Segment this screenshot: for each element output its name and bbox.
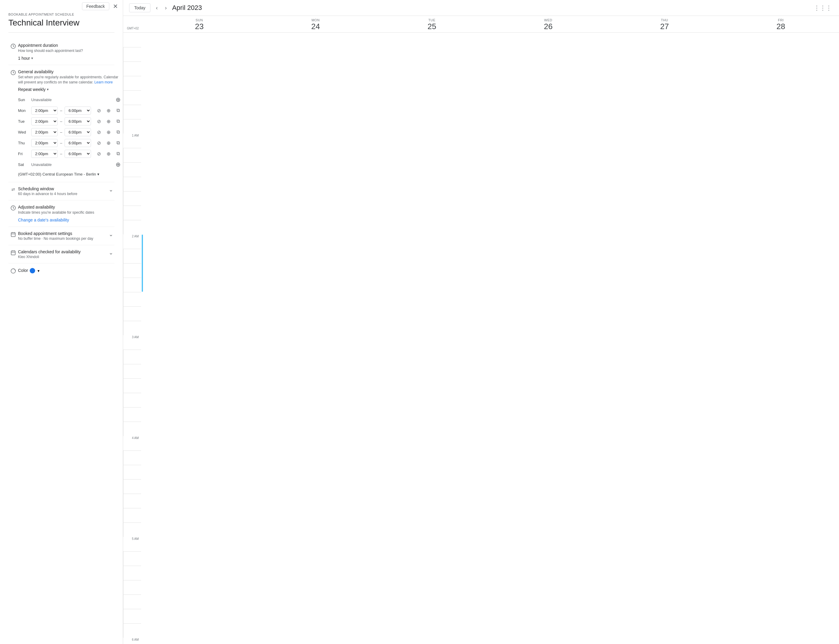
day-fri: Fri [18,151,29,156]
time-cell-4-4[interactable] [123,508,141,522]
day-sun: Sun [18,97,29,102]
time-cell-4-0[interactable] [123,450,141,465]
time-cell-4-5[interactable] [123,522,141,537]
booked-icon [8,232,18,237]
time-cell-4-2[interactable] [123,479,141,494]
time-cell-2-1[interactable] [123,263,141,278]
time-cell-2-5[interactable] [123,321,141,335]
duration-section: Appointment duration How long should eac… [8,39,114,65]
day-header-mon: MON 24 [257,18,374,31]
wed-add[interactable]: ⊕ [104,128,113,136]
time-cell-2-3[interactable] [123,292,141,306]
time-cell-4-1[interactable] [123,465,141,479]
time-cell-0-2[interactable] [123,76,141,90]
mon-remove[interactable]: ⊘ [95,106,103,115]
time-cell-1-4[interactable] [123,205,141,220]
day-name-wed: WED [490,18,606,22]
fri-copy[interactable]: ⧉ [114,150,122,158]
add-sun[interactable]: ⊕ [114,95,122,104]
grid-icon-button[interactable]: ⋮⋮⋮ [813,3,833,13]
time-cell-1-0[interactable] [123,148,141,163]
time-cell-0-3[interactable] [123,90,141,105]
svg-rect-3 [11,233,15,237]
avail-row-tue: Tue 2:00pm – 6:00pm ⊘ ⊕ ⧉ [18,117,122,125]
tue-start[interactable]: 2:00pm [31,117,58,125]
time-cell-3-0[interactable] [123,350,141,364]
timezone-dropdown[interactable]: (GMT+02:00) Central European Time - Berl… [18,172,99,176]
wed-remove[interactable]: ⊘ [95,128,103,136]
thu-actions: ⊘ ⊕ ⧉ [95,139,122,147]
repeat-weekly-dropdown[interactable]: Repeat weekly ▾ [18,87,49,92]
booked-chevron[interactable]: ⌄ [107,231,114,238]
time-cell-0-0[interactable] [123,47,141,61]
thu-start[interactable]: 2:00pm [31,139,58,147]
fri-start[interactable]: 2:00pm [31,150,58,158]
learn-more-link[interactable]: Learn more [94,80,113,84]
time-cell-3-1[interactable] [123,364,141,378]
calendars-section[interactable]: Calendars checked for availability Kleo … [8,245,114,263]
tue-add[interactable]: ⊕ [104,117,113,125]
time-cell-1-1[interactable] [123,163,141,177]
time-cell-4-3[interactable] [123,494,141,508]
close-button[interactable]: ✕ [112,3,119,10]
availability-body: General availability Set when you're reg… [18,69,122,178]
time-cell-2-0[interactable] [123,249,141,263]
time-cell-2-4[interactable] [123,306,141,321]
time-cell-5-1[interactable] [123,566,141,580]
fri-end[interactable]: 6:00pm [64,150,91,158]
tue-end[interactable]: 6:00pm [64,117,91,125]
scheduling-window-section[interactable]: ⇄ Scheduling window 60 days in advance t… [8,182,114,200]
wed-copy[interactable]: ⧉ [114,128,122,136]
thu-copy[interactable]: ⧉ [114,139,122,147]
time-cell-1-3[interactable] [123,191,141,205]
mon-add[interactable]: ⊕ [104,106,113,115]
calendars-chevron[interactable]: ⌄ [107,250,114,256]
time-cell-3-3[interactable] [123,393,141,407]
time-cell-5-0[interactable] [123,551,141,566]
time-cell-5-2[interactable] [123,580,141,595]
feedback-button[interactable]: Feedback [82,2,109,10]
thu-end[interactable]: 6:00pm [64,139,91,147]
next-button[interactable]: › [163,3,168,12]
time-cell-5-5[interactable] [123,623,141,638]
time-cell-3-4[interactable] [123,407,141,422]
wed-start[interactable]: 2:00pm [31,128,58,136]
time-cell-1-2[interactable] [123,177,141,191]
day-thu: Thu [18,141,29,145]
scheduling-chevron[interactable]: ⌄ [107,186,114,193]
mon-start[interactable]: 2:00pm [31,107,58,115]
fri-actions: ⊘ ⊕ ⧉ [95,150,122,158]
calendars-sub: Kleo Xhindoli [18,255,107,259]
today-button[interactable]: Today [129,3,150,12]
mon-end[interactable]: 6:00pm [64,107,91,115]
fri-remove[interactable]: ⊘ [95,150,103,158]
wed-end[interactable]: 6:00pm [64,128,91,136]
fri-add[interactable]: ⊕ [104,150,113,158]
tue-copy[interactable]: ⧉ [114,117,122,125]
add-sat[interactable]: ⊕ [114,160,122,169]
appt-block-col5[interactable]: ⊞ [142,235,143,292]
tue-remove[interactable]: ⊘ [95,117,103,125]
time-cell-3-2[interactable] [123,378,141,393]
thu-remove[interactable]: ⊘ [95,139,103,147]
booked-settings-section[interactable]: Booked appointment settings No buffer ti… [8,227,114,245]
prev-button[interactable]: ‹ [154,3,160,12]
unavailable-sat: Unavailable [31,163,111,167]
time-cell-1-5[interactable] [123,220,141,234]
time-cell-2-2[interactable] [123,278,141,292]
duration-dropdown[interactable]: 1 hour ▾ [18,56,33,61]
unavailable-sun: Unavailable [31,97,111,102]
mon-dash: – [60,108,62,113]
mon-copy[interactable]: ⧉ [114,106,122,115]
time-cell-5-4[interactable] [123,609,141,623]
change-date-link[interactable]: Change a date's availability [18,218,69,222]
time-cell-5-3[interactable] [123,595,141,609]
booked-title: Booked appointment settings [18,231,107,236]
time-label-6: 6 AM [123,638,141,644]
time-cell-0-4[interactable] [123,105,141,119]
time-cell-0-5[interactable] [123,119,141,133]
time-cell-3-5[interactable] [123,422,141,436]
time-cell-0-1[interactable] [123,61,141,76]
color-dropdown[interactable]: ▾ [30,268,40,273]
thu-add[interactable]: ⊕ [104,139,113,147]
